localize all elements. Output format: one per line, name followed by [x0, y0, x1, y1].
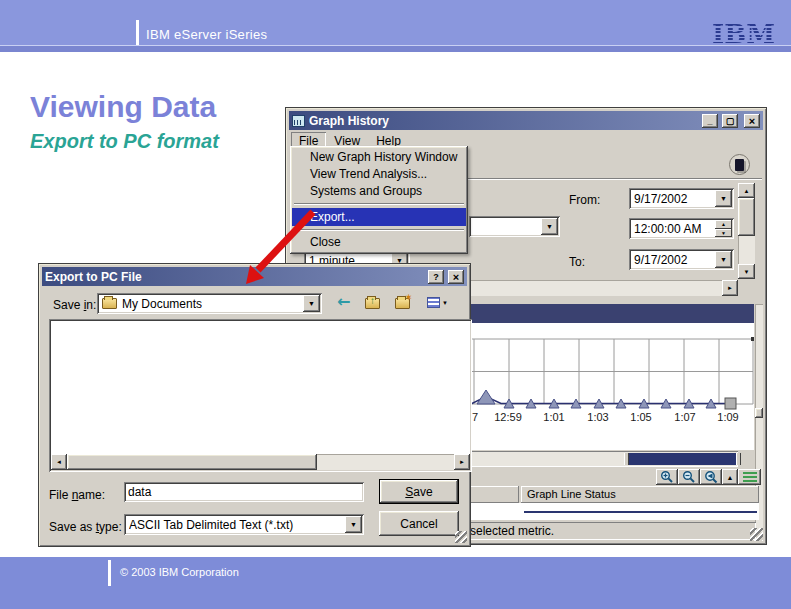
top-banner: IBM eServer iSeries IBM [0, 0, 791, 52]
dialog-resize-grip[interactable] [455, 531, 467, 543]
save-in-label: Save in: [53, 298, 96, 312]
export-dialog: Export to PC File ? × Save in: My Docume… [38, 263, 471, 547]
save-as-type-label: Save as type: [49, 520, 122, 534]
zoom-out-button[interactable] [678, 469, 700, 485]
status-text: selected metric. [470, 524, 554, 538]
chevron-down-icon[interactable]: ▼ [303, 295, 320, 312]
graph-line-status-label: Graph Line Status [527, 488, 616, 500]
banner-pattern [0, 0, 791, 52]
folder-icon [102, 298, 117, 309]
views-menu-button[interactable]: ▼ [427, 297, 448, 308]
page-title: Viewing Data [30, 90, 216, 124]
to-label: To: [569, 255, 585, 269]
bottom-banner: © 2003 IBM Corporation [0, 557, 791, 609]
export-dialog-title: Export to PC File [45, 270, 424, 284]
save-in-combo[interactable]: My Documents ▼ [97, 293, 322, 314]
zoom-in-button[interactable] [656, 469, 678, 485]
spin-down-icon[interactable]: ▼ [715, 229, 732, 238]
maximize-icon[interactable]: ▢ [722, 114, 738, 128]
page-subtitle: Export to PC format [30, 130, 219, 153]
x-tick: 1:05 [630, 411, 651, 423]
brand-text: IBM eServer iSeries [146, 27, 267, 42]
resize-grip[interactable] [750, 528, 763, 541]
system-status-icon[interactable] [729, 154, 750, 175]
chevron-down-icon: ▼ [442, 300, 448, 306]
menu-item-view-trend-analysis[interactable]: View Trend Analysis... [292, 166, 466, 183]
export-dialog-titlebar[interactable]: Export to PC File ? × [42, 267, 467, 286]
metric-combo[interactable]: ▼ [469, 216, 560, 237]
x-tick: 1:03 [587, 411, 608, 423]
to-date-value: 9/17/2002 [634, 253, 715, 267]
zoom-out-icon [682, 470, 696, 484]
close-icon[interactable]: × [448, 270, 464, 284]
graph-history-titlebar[interactable]: Graph History _ ▢ × [289, 111, 763, 130]
from-time-value: 12:00:00 AM [634, 222, 715, 236]
to-date-combo[interactable]: 9/17/2002 ▼ [629, 249, 734, 270]
banner-pattern [0, 557, 791, 609]
menu-separator [294, 229, 464, 231]
graph-history-title: Graph History [309, 114, 698, 128]
file-name-input[interactable] [124, 482, 364, 502]
timeline-range[interactable] [629, 453, 736, 465]
save-in-value: My Documents [122, 297, 303, 311]
from-time-spinner[interactable]: 12:00:00 AM ▲ ▼ [629, 218, 734, 239]
from-date-combo[interactable]: 9/17/2002 ▼ [629, 188, 734, 209]
slide: IBM eServer iSeries IBM Viewing Data Exp… [0, 0, 791, 609]
file-list-hscrollbar[interactable]: ◄ ► [51, 454, 470, 470]
banner-rule [108, 560, 111, 586]
x-tick: 12:59 [494, 411, 522, 423]
x-tick: 1:01 [543, 411, 564, 423]
legend-button[interactable] [738, 469, 761, 485]
save-button[interactable]: Save [379, 479, 459, 504]
x-tick: 1:07 [674, 411, 695, 423]
vscroll-thumb[interactable] [738, 198, 755, 236]
x-tick: 1:09 [717, 411, 738, 423]
scroll-down-icon[interactable]: ▼ [738, 264, 755, 279]
menu-item-systems-and-groups[interactable]: Systems and Groups [292, 183, 466, 200]
menu-separator [294, 203, 464, 205]
minimize-icon[interactable]: _ [702, 114, 718, 128]
new-folder-icon[interactable]: ✶ [395, 298, 410, 309]
save-as-type-combo[interactable]: ASCII Tab Delimited Text (*.txt) ▼ [124, 514, 364, 535]
from-label: From: [569, 193, 600, 207]
help-icon[interactable]: ? [428, 270, 444, 284]
chevron-down-icon[interactable]: ▼ [715, 251, 732, 268]
zoom-reset-button[interactable] [700, 469, 722, 485]
status-table-col2-header[interactable]: Graph Line Status [521, 486, 759, 503]
menu-item-export[interactable]: Export... [292, 208, 466, 226]
scroll-right-icon[interactable]: ► [454, 454, 470, 470]
copyright-text: © 2003 IBM Corporation [120, 566, 239, 578]
scroll-up-icon[interactable]: ▲ [738, 183, 755, 198]
chevron-down-icon[interactable]: ▼ [541, 218, 558, 235]
chevron-down-icon[interactable]: ▼ [715, 190, 732, 207]
ibm-logo: IBM [712, 24, 775, 44]
file-menu-popup: New Graph History Window View Trend Anal… [290, 146, 468, 254]
legend-lines-icon [743, 472, 757, 482]
menu-item-close[interactable]: Close [292, 234, 466, 251]
back-arrow-icon[interactable]: ← [337, 295, 350, 309]
banner-rule [136, 20, 139, 47]
views-icon [427, 297, 440, 308]
save-as-type-value: ASCII Tab Delimited Text (*.txt) [129, 518, 345, 532]
spin-up-icon[interactable]: ▲ [715, 220, 732, 229]
scroll-left-icon[interactable]: ◄ [51, 454, 67, 470]
close-icon[interactable]: × [744, 114, 760, 128]
scroll-right-icon[interactable]: ► [722, 280, 738, 296]
from-date-value: 9/17/2002 [634, 192, 715, 206]
cancel-button[interactable]: Cancel [379, 511, 459, 536]
graph-history-app-icon [292, 115, 305, 127]
zoom-in-icon [660, 470, 674, 484]
zoom-reset-icon [704, 470, 718, 484]
status-line-sample [524, 511, 757, 513]
up-one-level-icon[interactable]: ↑ [365, 298, 380, 309]
x-tick: 7 [472, 411, 478, 423]
hscroll-thumb[interactable] [67, 454, 317, 470]
chevron-down-icon[interactable]: ▼ [345, 516, 362, 533]
file-name-label: File name: [49, 488, 105, 502]
collapse-button[interactable]: ▲ [722, 469, 738, 485]
file-list[interactable]: ◄ ► [49, 319, 472, 472]
settings-vscrollbar[interactable]: ▲ ▼ [738, 183, 755, 279]
menu-item-new-graph-history-window[interactable]: New Graph History Window [292, 149, 466, 166]
triangle-up-icon: ▲ [727, 474, 734, 481]
